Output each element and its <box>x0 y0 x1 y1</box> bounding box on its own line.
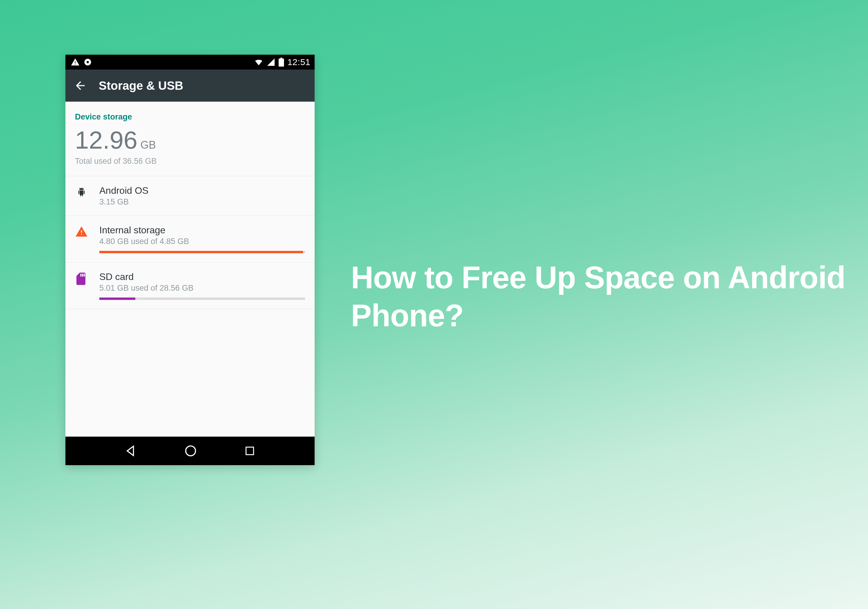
row-internal-storage[interactable]: Internal storage 4.80 GB used of 4.85 GB <box>65 215 315 262</box>
back-arrow-icon[interactable] <box>74 79 87 92</box>
navigation-bar <box>65 437 315 465</box>
nav-home-icon[interactable] <box>184 444 197 458</box>
svg-point-4 <box>186 446 196 456</box>
battery-icon <box>278 58 284 66</box>
used-value: 12.96 <box>75 128 137 153</box>
used-amount: 12.96 GB <box>75 128 305 153</box>
content-area: Device storage 12.96 GB Total used of 36… <box>65 102 315 437</box>
row-sub: 4.80 GB used of 4.85 GB <box>99 237 305 246</box>
cellular-icon <box>267 58 275 66</box>
wifi-icon <box>254 57 264 67</box>
status-time: 12:51 <box>287 57 310 67</box>
svg-point-1 <box>87 61 89 63</box>
progress-bar <box>99 251 305 253</box>
page-headline: How to Free Up Space on Android Phone? <box>351 258 868 335</box>
row-title: Android OS <box>99 185 305 196</box>
row-sd-card[interactable]: SD card 5.01 GB used of 28.56 GB <box>65 262 315 309</box>
phone-frame: 12:51 Storage & USB Device storage 12.96… <box>65 55 315 465</box>
progress-bar <box>99 298 305 300</box>
status-right: 12:51 <box>254 57 310 67</box>
android-icon <box>75 185 88 198</box>
warning-notification-icon <box>71 58 80 66</box>
row-sub: 3.15 GB <box>99 197 305 207</box>
row-title: SD card <box>99 271 305 282</box>
app-bar-title: Storage & USB <box>99 79 183 93</box>
warning-triangle-icon <box>75 225 88 236</box>
svg-rect-2 <box>279 59 284 66</box>
status-bar: 12:51 <box>65 55 315 70</box>
blank-area <box>65 309 315 437</box>
row-title: Internal storage <box>99 225 305 236</box>
section-header: Device storage <box>65 102 315 128</box>
app-bar: Storage & USB <box>65 70 315 102</box>
status-left <box>71 58 92 66</box>
total-subtext: Total used of 36.56 GB <box>75 157 305 166</box>
row-sub: 5.01 GB used of 28.56 GB <box>99 284 305 293</box>
nav-recents-icon[interactable] <box>244 445 256 456</box>
progress-fill <box>99 251 303 253</box>
nav-back-icon[interactable] <box>125 445 137 457</box>
svg-rect-5 <box>246 447 253 454</box>
storage-summary[interactable]: 12.96 GB Total used of 36.56 GB <box>65 128 315 176</box>
disc-notification-icon <box>83 58 92 66</box>
used-unit: GB <box>140 140 156 150</box>
progress-fill <box>99 298 135 300</box>
sd-card-icon <box>75 271 88 285</box>
row-android-os[interactable]: Android OS 3.15 GB <box>65 176 315 215</box>
svg-rect-3 <box>281 58 282 59</box>
